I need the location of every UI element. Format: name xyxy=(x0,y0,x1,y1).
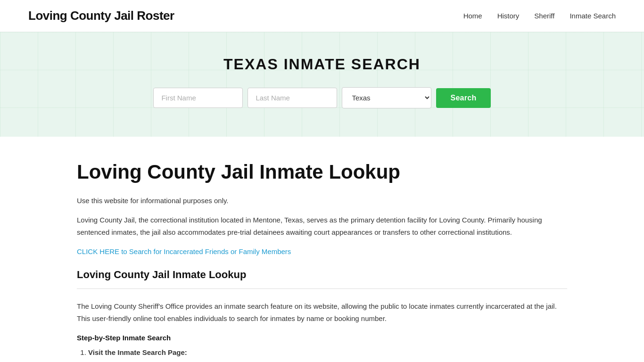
last-name-input[interactable] xyxy=(248,88,337,108)
first-name-input[interactable] xyxy=(153,88,243,108)
intro-text: Use this website for informational purpo… xyxy=(77,195,567,206)
site-title: Loving County Jail Roster xyxy=(28,8,174,23)
body-text: The Loving County Sheriff's Office provi… xyxy=(77,300,567,324)
hero-title: TEXAS INMATE SEARCH xyxy=(9,56,635,73)
nav-sheriff[interactable]: Sheriff xyxy=(534,12,554,20)
search-form: Texas Alabama Alaska Arizona Arkansas Ca… xyxy=(9,87,635,108)
nav-history[interactable]: History xyxy=(497,12,520,20)
page-heading: Loving County Jail Inmate Lookup xyxy=(77,160,567,184)
step-1-label: Visit the Inmate Search Page: xyxy=(88,348,187,356)
main-nav: Home History Sheriff Inmate Search xyxy=(463,12,616,20)
step-heading: Step-by-Step Inmate Search xyxy=(77,334,567,342)
hero-section: TEXAS INMATE SEARCH Texas Alabama Alaska… xyxy=(0,32,644,137)
nav-home[interactable]: Home xyxy=(463,12,482,20)
search-button[interactable]: Search xyxy=(436,88,490,108)
nav-inmate-search[interactable]: Inmate Search xyxy=(570,12,616,20)
divider xyxy=(77,288,567,289)
site-header: Loving County Jail Roster Home History S… xyxy=(0,0,644,32)
steps-list: Visit the Inmate Search Page: xyxy=(77,346,567,359)
cta-link[interactable]: CLICK HERE to Search for Incarcerated Fr… xyxy=(77,247,291,255)
state-select[interactable]: Texas Alabama Alaska Arizona Arkansas Ca… xyxy=(342,87,431,108)
description-text: Loving County Jail, the correctional ins… xyxy=(77,214,567,238)
main-content: Loving County Jail Inmate Lookup Use thi… xyxy=(49,137,595,362)
section-subheading: Loving County Jail Inmate Lookup xyxy=(77,269,567,281)
list-item: Visit the Inmate Search Page: xyxy=(88,346,567,359)
